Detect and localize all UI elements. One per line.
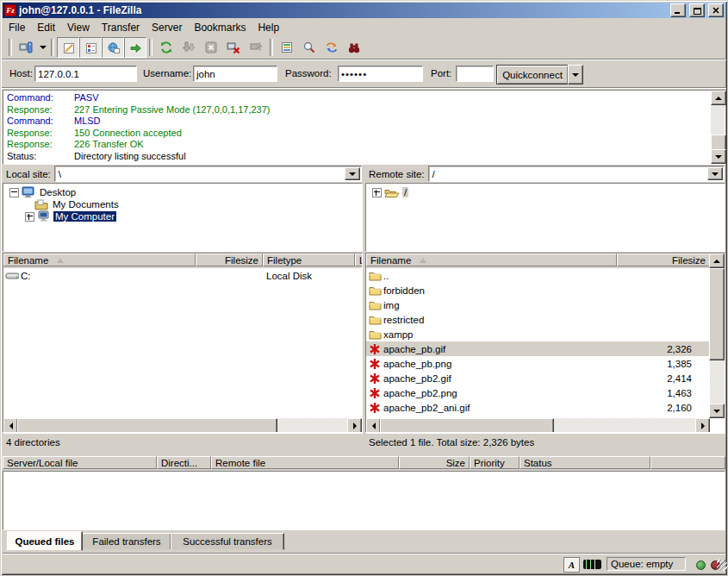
tab-failed-transfers[interactable]: Failed transfers <box>82 533 171 550</box>
divider <box>2 87 726 89</box>
remote-folder-row[interactable]: .. <box>366 268 710 283</box>
expand-icon[interactable] <box>372 188 382 197</box>
cancel-operation-button[interactable] <box>200 37 222 58</box>
scroll-up-button[interactable] <box>709 254 725 268</box>
local-site-dropdown-button[interactable] <box>345 167 360 180</box>
menu-bookmarks[interactable]: Bookmarks <box>188 20 252 35</box>
column-header-remote-file[interactable]: Remote file <box>211 456 399 469</box>
remote-file-row[interactable]: apache_pb2.png 1,463 <box>366 385 710 400</box>
scroll-down-button[interactable] <box>709 404 725 418</box>
quickconnect-dropdown-button[interactable] <box>568 65 583 85</box>
remote-file-list[interactable]: Filename Filesize .. forbidden <box>365 253 725 434</box>
site-manager-button[interactable] <box>15 37 37 58</box>
column-header-filesize[interactable]: Filesize <box>196 254 263 266</box>
close-button[interactable] <box>708 3 724 17</box>
quickconnect-button[interactable]: Quickconnect <box>496 65 569 85</box>
remote-folder-row[interactable]: img <box>366 297 710 312</box>
speed-limit-indicator-icon[interactable] <box>583 560 601 569</box>
expand-icon[interactable] <box>25 212 34 222</box>
remote-pane: Remote site: / / <box>365 165 725 452</box>
maximize-button[interactable] <box>689 3 705 17</box>
menu-edit[interactable]: Edit <box>31 20 61 35</box>
refresh-button[interactable] <box>155 37 177 58</box>
log-vertical-scrollbar[interactable] <box>711 91 725 164</box>
reconnect-button[interactable] <box>245 37 267 58</box>
remote-vertical-scrollbar[interactable] <box>710 268 725 418</box>
refresh-icon <box>159 41 173 54</box>
menu-view[interactable]: View <box>61 20 96 35</box>
log-line: Status:Directory listing successful <box>3 151 725 163</box>
menu-transfer[interactable]: Transfer <box>96 20 146 35</box>
menu-file[interactable]: File <box>3 20 31 35</box>
message-log[interactable]: Command:PASV Response:227 Entering Passi… <box>3 90 725 165</box>
remote-file-row[interactable]: apache_pb2_ani.gif 2,160 <box>366 400 710 415</box>
local-site-bar: Local site: \ <box>3 165 363 183</box>
remote-folder-row[interactable]: forbidden <box>366 283 710 297</box>
menu-server[interactable]: Server <box>146 20 188 35</box>
sort-ascending-icon <box>420 258 426 263</box>
menu-help[interactable]: Help <box>252 20 285 35</box>
scroll-up-button[interactable] <box>711 91 726 105</box>
scrollbar-thumb[interactable] <box>709 268 725 360</box>
column-header-direction[interactable]: Directi... <box>157 456 211 469</box>
local-tree[interactable]: Desktop My Documents <box>3 183 363 252</box>
toggle-local-tree-button[interactable] <box>79 37 102 58</box>
local-site-combo[interactable]: \ <box>54 166 362 182</box>
column-header-filetype[interactable]: Filetype <box>263 254 355 266</box>
tab-successful-transfers[interactable]: Successful transfers <box>171 533 284 550</box>
column-header-spacer <box>650 456 725 469</box>
username-input[interactable] <box>193 66 277 82</box>
remote-file-row-selected[interactable]: apache_pb.gif 2,326 <box>366 341 710 356</box>
file-name: restricted <box>382 315 424 325</box>
close-icon <box>712 7 719 14</box>
column-header-filename[interactable]: Filename <box>3 254 196 266</box>
remote-tree[interactable]: / <box>365 183 725 252</box>
tree-item-desktop[interactable]: Desktop <box>3 186 362 198</box>
password-input[interactable] <box>338 66 423 82</box>
toggle-message-log-button[interactable] <box>57 37 79 58</box>
directory-listing-filters-button[interactable] <box>276 37 298 58</box>
directory-comparison-button[interactable] <box>343 37 365 58</box>
column-header-filename[interactable]: Filename <box>366 254 617 266</box>
process-queue-button[interactable] <box>177 37 200 58</box>
toggle-remote-tree-button[interactable] <box>102 37 124 58</box>
remote-site-dropdown-button[interactable] <box>707 167 723 180</box>
remote-file-row[interactable]: apache_pb.png 1,385 <box>366 356 710 371</box>
site-manager-dropdown-button[interactable] <box>37 38 48 57</box>
data-type-indicator-icon[interactable]: A <box>563 557 580 573</box>
column-header-status[interactable]: Status <box>520 456 650 469</box>
column-header-last-modified[interactable]: L <box>355 254 363 266</box>
remote-file-row[interactable]: apache_pb2.gif 2,414 <box>366 371 710 385</box>
column-header-server-local-file[interactable]: Server/Local file <box>3 456 157 469</box>
synchronized-browsing-button[interactable] <box>320 37 343 58</box>
queue-list[interactable] <box>3 471 725 530</box>
tab-queued-files[interactable]: Queued files <box>7 531 83 551</box>
remote-list-rows: .. forbidden img restricted <box>366 268 710 418</box>
local-file-row[interactable]: C: Local Disk <box>3 268 362 283</box>
tree-item-my-documents[interactable]: My Documents <box>3 198 362 210</box>
remote-site-combo[interactable]: / <box>428 166 725 182</box>
minimize-button[interactable] <box>670 3 686 17</box>
find-files-button[interactable] <box>298 37 320 58</box>
toggle-transfer-queue-button[interactable] <box>124 37 146 58</box>
scroll-down-button[interactable] <box>711 149 726 164</box>
tree-item-my-computer[interactable]: My Computer <box>3 210 362 222</box>
local-file-list[interactable]: Filename Filesize Filetype L C: Local Di… <box>3 253 363 434</box>
local-horizontal-scrollbar[interactable] <box>3 418 362 433</box>
host-input[interactable] <box>34 66 137 82</box>
column-header-size[interactable]: Size <box>399 456 470 469</box>
remote-horizontal-scrollbar[interactable] <box>366 418 710 433</box>
column-header-priority[interactable]: Priority <box>470 456 520 469</box>
chevron-down-icon <box>572 73 579 77</box>
resize-grip[interactable] <box>717 560 728 571</box>
tree-item-root[interactable]: / <box>366 186 725 198</box>
title-bar[interactable]: Fz john@127.0.0.1 - FileZilla <box>3 3 725 18</box>
remote-folder-row[interactable]: xampp <box>366 327 710 341</box>
remote-folder-row[interactable]: restricted <box>366 312 710 327</box>
collapse-icon[interactable] <box>9 188 19 197</box>
disconnect-button[interactable] <box>222 37 245 58</box>
my-computer-icon <box>37 210 51 222</box>
file-size: 2,160 <box>617 400 692 415</box>
column-header-filesize[interactable]: Filesize <box>617 254 710 266</box>
port-input[interactable] <box>456 66 494 82</box>
